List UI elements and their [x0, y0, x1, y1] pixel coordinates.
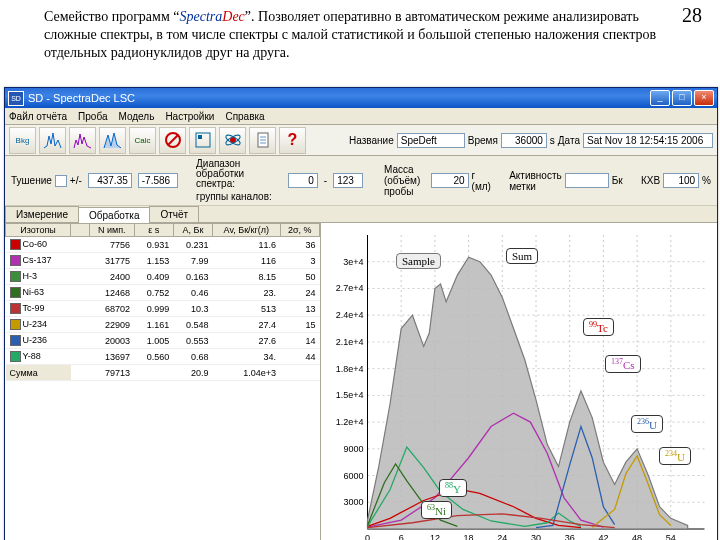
bkg-button[interactable]: Bkg	[9, 127, 36, 154]
time-label: Время	[468, 135, 498, 146]
svg-text:30: 30	[531, 533, 541, 540]
svg-text:0: 0	[365, 533, 370, 540]
close-button[interactable]: ×	[694, 90, 714, 106]
svg-text:2.4e+4: 2.4e+4	[336, 310, 364, 320]
svg-text:24: 24	[497, 533, 507, 540]
svg-text:9000: 9000	[343, 444, 363, 454]
label-cs: 137Cs	[605, 355, 641, 373]
help-icon[interactable]: ?	[279, 127, 306, 154]
menu-file[interactable]: Файл отчёта	[9, 111, 67, 122]
cancel-icon[interactable]	[159, 127, 186, 154]
svg-text:3e+4: 3e+4	[343, 257, 363, 267]
svg-text:12: 12	[430, 533, 440, 540]
label-ni: 63Ni	[421, 501, 452, 519]
spectrum3-icon[interactable]	[99, 127, 126, 154]
table-row[interactable]: Cs-137317751.1537.991163	[6, 253, 320, 269]
name-input[interactable]	[397, 133, 465, 148]
quench-pm[interactable]	[138, 173, 178, 188]
spectrum1-icon[interactable]	[39, 127, 66, 154]
window-title: SD - SpectraDec LSC	[28, 92, 135, 104]
menu-help[interactable]: Справка	[225, 111, 264, 122]
label-u234: 234U	[659, 447, 691, 465]
spectrum-chart[interactable]: 3000600090001.2e+41.5e+41.8e+42.1e+42.4e…	[321, 223, 717, 540]
label-sum: Sum	[506, 248, 538, 264]
activity-input[interactable]	[565, 173, 609, 188]
svg-text:54: 54	[666, 533, 676, 540]
titlebar[interactable]: SD SD - SpectraDec LSC _ □ ×	[5, 88, 717, 108]
range-to[interactable]	[333, 173, 363, 188]
table-row[interactable]: Co-6077560.9310.23111.636	[6, 237, 320, 253]
tab-bar: Измерение Обработка Отчёт	[5, 206, 717, 223]
svg-text:6: 6	[399, 533, 404, 540]
svg-text:1.8e+4: 1.8e+4	[336, 364, 364, 374]
tab-report[interactable]: Отчёт	[149, 206, 199, 222]
minimize-button[interactable]: _	[650, 90, 670, 106]
label-sample: Sample	[396, 253, 441, 269]
svg-text:2.1e+4: 2.1e+4	[336, 337, 364, 347]
spectrum2-icon[interactable]	[69, 127, 96, 154]
document-icon[interactable]	[249, 127, 276, 154]
table-row[interactable]: H-324000.4090.1638.1550	[6, 269, 320, 285]
toolbar: Bkg Calc ? Название Времяs Дата	[5, 125, 717, 156]
mass-input[interactable]	[431, 173, 469, 188]
options-icon[interactable]	[189, 127, 216, 154]
svg-text:2.7e+4: 2.7e+4	[336, 283, 364, 293]
menu-settings[interactable]: Настройки	[165, 111, 214, 122]
svg-line-1	[168, 135, 178, 145]
label-tc: 99Tc	[583, 318, 614, 336]
menu-model[interactable]: Модель	[118, 111, 154, 122]
calc-button[interactable]: Calc	[129, 127, 156, 154]
name-label: Название	[349, 135, 394, 146]
svg-text:36: 36	[565, 533, 575, 540]
table-row[interactable]: Tc-99687020.99910.351313	[6, 301, 320, 317]
svg-text:6000: 6000	[343, 471, 363, 481]
svg-text:1.2e+4: 1.2e+4	[336, 417, 364, 427]
date-input[interactable]	[583, 133, 713, 148]
app-icon: SD	[8, 91, 24, 106]
tab-process[interactable]: Обработка	[78, 207, 150, 223]
svg-rect-3	[198, 135, 202, 139]
page-number: 28	[682, 4, 702, 27]
isotope-icon[interactable]	[219, 127, 246, 154]
svg-text:3000: 3000	[343, 497, 363, 507]
quench-check[interactable]	[55, 175, 67, 187]
app-window: SD SD - SpectraDec LSC _ □ × Файл отчёта…	[4, 87, 718, 540]
table-row[interactable]: U-234229091.1610.54827.415	[6, 317, 320, 333]
date-label: Дата	[558, 135, 580, 146]
intro-text: Семейство программ “SpectraDec”. Позволя…	[44, 8, 664, 63]
svg-text:48: 48	[632, 533, 642, 540]
params-bar: Тушение+/- Диапазон обработки спектра:гр…	[5, 156, 717, 206]
tab-measure[interactable]: Измерение	[5, 206, 79, 222]
quench-value[interactable]	[88, 173, 132, 188]
menu-sample[interactable]: Проба	[78, 111, 107, 122]
results-table: Изотопы N имп. ε s A, Бк Av, Бк/кг(л) 2σ…	[5, 223, 321, 540]
svg-text:1.5e+4: 1.5e+4	[336, 390, 364, 400]
menubar: Файл отчёта Проба Модель Настройки Справ…	[5, 108, 717, 125]
svg-text:18: 18	[464, 533, 474, 540]
table-row[interactable]: U-236200031.0050.55327.614	[6, 333, 320, 349]
range-from[interactable]	[288, 173, 318, 188]
eff-input[interactable]	[663, 173, 699, 188]
table-row[interactable]: Y-88136970.5600.6834.44	[6, 349, 320, 365]
svg-text:42: 42	[598, 533, 608, 540]
table-row[interactable]: Ni-63124680.7520.4623.24	[6, 285, 320, 301]
label-y: 88Y	[439, 479, 467, 497]
time-input[interactable]	[501, 133, 547, 148]
label-u236: 236U	[631, 415, 663, 433]
maximize-button[interactable]: □	[672, 90, 692, 106]
